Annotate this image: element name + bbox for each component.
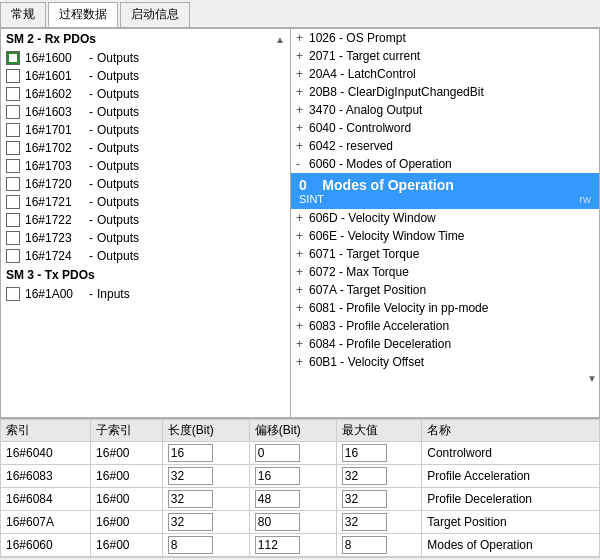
pdo-item[interactable]: 16#1722 - Outputs [1,211,290,229]
reg-prefix: + [296,283,306,297]
pdo-id: 16#1701 [25,123,85,137]
length-input[interactable] [168,444,213,462]
pdo-dash: - [89,87,93,101]
register-item[interactable]: + 6042 - reserved [291,137,599,155]
register-item[interactable]: - 6060 - Modes of Operation [291,155,599,173]
pdo-label: Outputs [97,141,139,155]
reg-prefix: + [296,355,306,369]
pdo-item[interactable]: 16#1721 - Outputs [1,193,290,211]
register-item[interactable]: + 60B1 - Velocity Offset [291,353,599,371]
register-item[interactable]: + 6083 - Profile Acceleration [291,317,599,335]
pdo-checkbox[interactable] [6,105,20,119]
pdo-checkbox[interactable] [6,69,20,83]
scroll-down-right[interactable]: ▼ [587,373,597,384]
table-row: 16#607A16#00Target Position [1,511,600,534]
table-row: 16#606016#00Modes of Operation [1,534,600,557]
register-item[interactable]: + 6071 - Target Torque [291,245,599,263]
offset-input[interactable] [255,444,300,462]
max-cell [336,488,421,511]
pdo-dash: - [89,51,93,65]
reg-prefix: + [296,229,306,243]
pdo-label: Outputs [97,69,139,83]
pdo-checkbox[interactable] [6,287,20,301]
tab-startup-info[interactable]: 启动信息 [120,2,190,27]
reg-prefix: + [296,211,306,225]
length-cell [162,465,249,488]
register-item[interactable]: + 20B8 - ClearDigInputChangedBit [291,83,599,101]
register-item[interactable]: + 6072 - Max Torque [291,263,599,281]
pdo-id: 16#1722 [25,213,85,227]
pdo-checkbox[interactable] [6,87,20,101]
subindex-cell: 16#00 [91,534,163,557]
register-item[interactable]: + 1026 - OS Prompt [291,29,599,47]
length-input[interactable] [168,490,213,508]
pdo-dash: - [89,69,93,83]
pdo-checkbox[interactable] [6,231,20,245]
pdo-item[interactable]: 16#1A00 - Inputs [1,285,290,303]
bottom-section: 索引子索引长度(Bit)偏移(Bit)最大值名称 16#604016#00Con… [0,418,600,557]
length-cell [162,442,249,465]
pdo-id: 16#1603 [25,105,85,119]
register-item[interactable]: + 6084 - Profile Deceleration [291,335,599,353]
pdo-item[interactable]: 16#1602 - Outputs [1,85,290,103]
max-input[interactable] [342,444,387,462]
table-header: 子索引 [91,420,163,442]
pdo-item[interactable]: 16#1724 - Outputs [1,247,290,265]
pdo-item[interactable]: 16#1701 - Outputs [1,121,290,139]
pdo-item[interactable]: 16#1703 - Outputs [1,157,290,175]
reg-info: 6083 - Profile Acceleration [309,319,449,333]
pdo-checkbox[interactable] [6,195,20,209]
pdo-id: 16#1720 [25,177,85,191]
reg-prefix: + [296,49,306,63]
max-input[interactable] [342,536,387,554]
pdo-id: 16#1723 [25,231,85,245]
max-input[interactable] [342,467,387,485]
reg-info: 606D - Velocity Window [309,211,436,225]
sm3-items: 16#1A00 - Inputs [1,285,290,303]
pdo-checkbox[interactable] [6,123,20,137]
offset-input[interactable] [255,513,300,531]
pdo-id: 16#1702 [25,141,85,155]
offset-input[interactable] [255,490,300,508]
tab-process-data[interactable]: 过程数据 [48,2,118,27]
pdo-label: Outputs [97,87,139,101]
pdo-checkbox[interactable] [6,213,20,227]
index-cell: 16#6060 [1,534,91,557]
scroll-up-arrow[interactable]: ▲ [275,34,285,45]
reg-prefix: + [296,247,306,261]
pdo-item[interactable]: 16#1723 - Outputs [1,229,290,247]
register-item[interactable]: + 3470 - Analog Output [291,101,599,119]
pdo-item[interactable]: 16#1702 - Outputs [1,139,290,157]
length-input[interactable] [168,467,213,485]
pdo-checkbox[interactable] [6,249,20,263]
register-item[interactable]: + 606E - Velocity Window Time [291,227,599,245]
pdo-checkbox[interactable] [6,51,20,65]
pdo-dash: - [89,159,93,173]
register-selected-item[interactable]: 0 Modes of Operation SINT rw [291,173,599,209]
offset-input[interactable] [255,467,300,485]
pdo-item[interactable]: 16#1601 - Outputs [1,67,290,85]
register-item[interactable]: + 6040 - Controlword [291,119,599,137]
max-input[interactable] [342,490,387,508]
sm2-header: SM 2 - Rx PDOs ▲ [1,29,290,49]
length-input[interactable] [168,513,213,531]
pdo-checkbox[interactable] [6,141,20,155]
offset-cell [249,442,336,465]
pdo-item[interactable]: 16#1720 - Outputs [1,175,290,193]
offset-input[interactable] [255,536,300,554]
register-item[interactable]: + 607A - Target Position [291,281,599,299]
register-item[interactable]: + 6081 - Profile Velocity in pp-mode [291,299,599,317]
max-input[interactable] [342,513,387,531]
pdo-dash: - [89,287,93,301]
pdo-checkbox[interactable] [6,159,20,173]
length-input[interactable] [168,536,213,554]
name-cell: Profile Deceleration [422,488,600,511]
register-item[interactable]: + 20A4 - LatchControl [291,65,599,83]
pdo-item[interactable]: 16#1600 - Outputs [1,49,290,67]
register-item[interactable]: + 2071 - Target current [291,47,599,65]
tab-general[interactable]: 常规 [0,2,46,27]
pdo-item[interactable]: 16#1603 - Outputs [1,103,290,121]
pdo-id: 16#1721 [25,195,85,209]
register-item[interactable]: + 606D - Velocity Window [291,209,599,227]
pdo-checkbox[interactable] [6,177,20,191]
